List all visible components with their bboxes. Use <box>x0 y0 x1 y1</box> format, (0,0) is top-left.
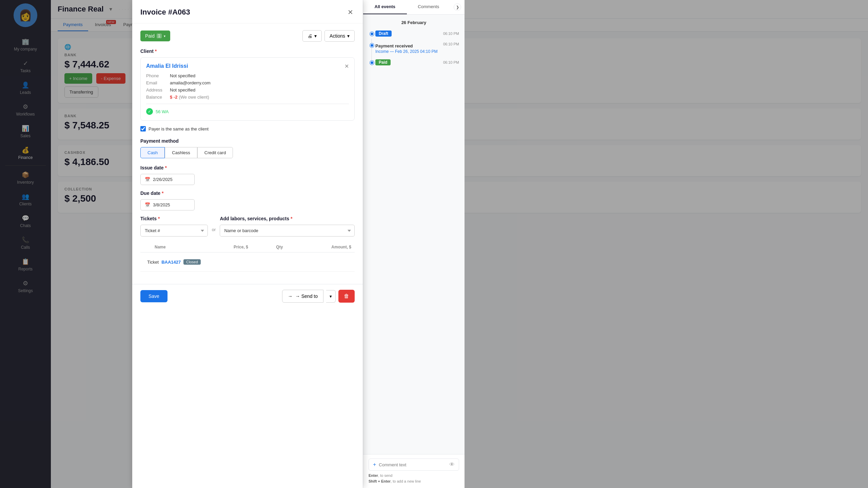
tickets-required: * <box>158 216 160 221</box>
due-date-field[interactable]: 📅 3/8/2025 <box>140 199 195 210</box>
rp-date-header: 26 February <box>369 20 459 25</box>
timeline: Draft 06:10 PM Payment received Income —… <box>369 30 459 65</box>
col-qty: Qty <box>252 242 287 252</box>
comment-input-row: + 👁 <box>369 459 459 471</box>
client-address-row: Address Not specified <box>146 87 349 93</box>
issue-date-value: 2/26/2025 <box>153 177 173 182</box>
due-date-label: Due date * <box>140 190 355 196</box>
payer-checkbox[interactable] <box>140 126 146 131</box>
col-price: Price, $ <box>197 242 252 252</box>
send-to-caret-button[interactable]: ▾ <box>326 290 336 303</box>
action-buttons: 🖨 ▾ Actions ▾ <box>302 30 355 42</box>
due-date-required: * <box>162 190 163 196</box>
timeline-item-draft: Draft 06:10 PM <box>375 30 459 37</box>
modal-title: Invoice #A063 <box>140 8 190 17</box>
ticket-row-label: Ticket BAA1427 Closed <box>144 256 351 268</box>
ticket-row-cell: Ticket BAA1427 Closed <box>140 252 355 272</box>
enter-label: Enter <box>369 473 378 477</box>
printer-icon: 🖨 <box>308 33 312 39</box>
comment-box: + 👁 Enter, to send Shift + Enter, to add… <box>363 454 465 488</box>
rp-tab-all-events[interactable]: All events <box>363 0 407 14</box>
tickets-services-row: Tickets * Ticket # or Add labors, servic… <box>140 216 355 237</box>
whatsapp-label: 56 WA <box>156 109 169 114</box>
phone-label: Phone <box>146 73 170 78</box>
modal-overlay: Invoice #A063 ✕ Paid 1 ▾ 🖨 ▾ <box>0 0 868 488</box>
whatsapp-button[interactable]: ✓ 56 WA <box>146 108 349 115</box>
col-amount: Amount, $ <box>286 242 355 252</box>
client-phone-row: Phone Not specified <box>146 73 349 78</box>
phone-value: Not specified <box>170 73 195 78</box>
rp-content: 26 February Draft 06:10 PM <box>363 15 465 454</box>
balance-label: Balance <box>146 95 170 100</box>
draft-time: 06:10 PM <box>443 32 459 36</box>
issue-date-field[interactable]: 📅 2/26/2025 <box>140 174 195 185</box>
client-email-row: Email amalia@orderry.com <box>146 80 349 85</box>
draft-badge: Draft <box>375 30 392 37</box>
paid-count: 1 <box>157 34 162 38</box>
paid-time: 06:10 PM <box>443 60 459 64</box>
client-section-label: Client * <box>140 48 355 54</box>
footer-right: → → Send to ▾ 🗑 <box>282 290 355 303</box>
send-caret-icon: ▾ <box>330 294 332 299</box>
invoice-modal: Invoice #A063 ✕ Paid 1 ▾ 🖨 ▾ <box>132 0 363 488</box>
eye-icon: 👁 <box>449 462 455 468</box>
modal-wrapper: Invoice #A063 ✕ Paid 1 ▾ 🖨 ▾ <box>0 0 868 488</box>
modal-close-button[interactable]: ✕ <box>346 7 355 18</box>
modal-header: Invoice #A063 ✕ <box>132 0 363 23</box>
calendar-icon-due: 📅 <box>145 202 150 207</box>
actions-button[interactable]: Actions ▾ <box>324 30 355 42</box>
address-label: Address <box>146 87 170 93</box>
ticket-status-badge: Closed <box>183 259 200 265</box>
services-label: Add labors, services, products * <box>220 216 355 221</box>
timeline-item-paid: Paid 06:10 PM <box>375 59 459 65</box>
or-text: or <box>212 227 216 232</box>
paid-caret-icon: ▾ <box>164 34 165 38</box>
timeline-dot-draft <box>370 32 374 36</box>
issue-date-label: Issue date * <box>140 165 355 170</box>
pm-cashless-button[interactable]: Cashless <box>165 147 197 158</box>
ticket-id[interactable]: BAA1427 <box>161 260 181 265</box>
client-remove-button[interactable]: ✕ <box>344 63 349 69</box>
payment-event-title: Payment received <box>375 43 437 48</box>
paid-status-button[interactable]: Paid 1 ▾ <box>140 30 170 41</box>
col-name: Name <box>151 242 197 252</box>
pm-cash-button[interactable]: Cash <box>140 147 165 158</box>
delete-button[interactable]: 🗑 <box>338 290 355 303</box>
right-panel: All events Comments ❯ 26 February Draft <box>363 0 465 488</box>
whatsapp-icon: ✓ <box>146 108 153 115</box>
comment-input[interactable] <box>379 462 447 467</box>
ticket-text: Ticket <box>147 260 159 265</box>
save-button[interactable]: Save <box>140 290 167 302</box>
calendar-icon-issue: 📅 <box>145 177 150 182</box>
client-required: * <box>155 48 157 54</box>
shift-label: Shift + Enter <box>369 479 391 483</box>
col-check <box>140 242 151 252</box>
print-button[interactable]: 🖨 ▾ <box>302 30 322 42</box>
email-label: Email <box>146 80 170 85</box>
send-to-button[interactable]: → → Send to <box>282 290 323 303</box>
paid-label: Paid <box>145 33 155 39</box>
collapse-wrapper: ❯ <box>450 0 465 14</box>
timeline-dot-paid <box>370 61 374 65</box>
items-table: Name Price, $ Qty Amount, $ Ticket BAA14… <box>140 242 355 272</box>
ticket-select[interactable]: Ticket # <box>140 225 208 237</box>
modal-footer: Save → → Send to ▾ 🗑 <box>132 284 363 308</box>
tickets-label: Tickets * <box>140 216 208 221</box>
pm-credit-button[interactable]: Credit card <box>197 147 233 158</box>
actions-caret-icon: ▾ <box>347 33 350 39</box>
services-select[interactable]: Name or barcode <box>220 225 355 237</box>
payment-event-sub: Income — Feb 26, 2025 04:10 PM <box>375 49 437 54</box>
paid-badge: Paid <box>375 59 391 65</box>
arrow-right-icon: → <box>288 293 293 299</box>
rp-tab-comments[interactable]: Comments <box>407 0 451 14</box>
client-name: Amalia El Idrissi <box>146 63 188 69</box>
send-to-label: → Send to <box>295 293 318 299</box>
table-row-ticket: Ticket BAA1427 Closed <box>140 252 355 272</box>
client-card: Amalia El Idrissi ✕ Phone Not specified … <box>140 57 355 121</box>
payer-checkbox-label: Payer is the same as the client <box>149 126 209 131</box>
payment-methods: Cash Cashless Credit card <box>140 147 355 158</box>
collapse-button[interactable]: ❯ <box>454 3 461 11</box>
timeline-dot-payment <box>370 43 374 47</box>
services-col: Add labors, services, products * Name or… <box>220 216 355 237</box>
shift-action: , to add a new line <box>391 479 421 483</box>
